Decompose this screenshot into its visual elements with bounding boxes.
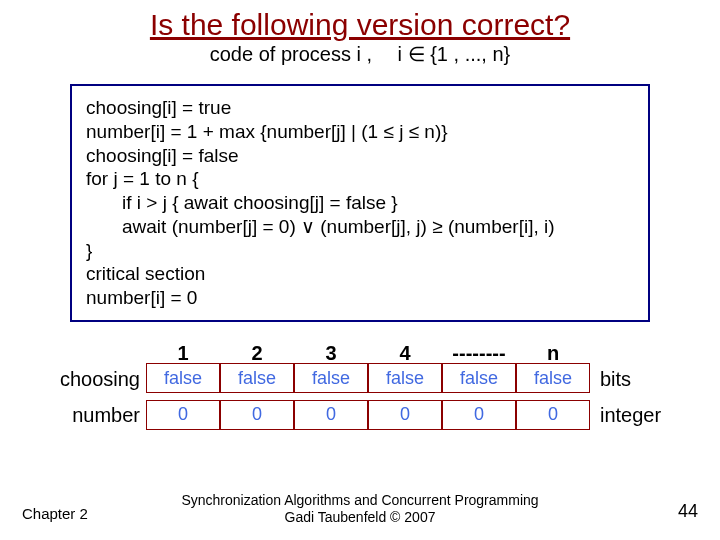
array-cell: 0 [442,400,516,430]
code-line: for j = 1 to n { [86,167,634,191]
page-number: 44 [678,501,698,522]
choosing-row: choosing false false false false false f… [30,365,690,394]
code-line: critical section [86,262,634,286]
number-row: number 0 0 0 0 0 0 integer [30,401,690,430]
array-diagram: 1 2 3 4 -------- n choosing false false … [0,342,720,430]
code-line: } [86,239,634,263]
code-line: choosing[i] = false [86,144,634,168]
code-line: number[i] = 1 + max {number[j] | (1 ≤ j … [86,120,634,144]
code-line: number[i] = 0 [86,286,634,310]
array-cell: 0 [516,400,590,430]
footer-credit: Synchronization Algorithms and Concurren… [0,492,720,526]
array-cell: 0 [368,400,442,430]
slide-title: Is the following version correct? [0,8,720,42]
row-label: number [30,404,146,427]
code-line: if i > j { await choosing[j] = false } [122,191,634,215]
col-header: 3 [294,342,368,365]
array-cell: 0 [146,400,220,430]
row-label: choosing [30,368,146,391]
row-type: bits [590,368,690,391]
array-cell: false [516,363,590,393]
code-line: await (number[j] = 0) ∨ (number[j], j) ≥… [122,215,634,239]
col-header: 4 [368,342,442,365]
credit-line: Synchronization Algorithms and Concurren… [181,492,538,508]
col-header: n [516,342,590,365]
credit-line: Gadi Taubenfeld © 2007 [285,509,436,525]
array-cell: false [294,363,368,393]
code-box: choosing[i] = true number[i] = 1 + max {… [70,84,650,322]
col-header: -------- [442,342,516,365]
code-line: choosing[i] = true [86,96,634,120]
col-header: 1 [146,342,220,365]
array-cell: false [146,363,220,393]
array-cell: false [368,363,442,393]
array-cell: false [220,363,294,393]
array-cell: 0 [220,400,294,430]
array-cell: false [442,363,516,393]
slide-subtitle: code of process i , i ∈ {1 , ..., n} [0,42,720,66]
array-cell: 0 [294,400,368,430]
col-header: 2 [220,342,294,365]
row-type: integer [590,404,690,427]
